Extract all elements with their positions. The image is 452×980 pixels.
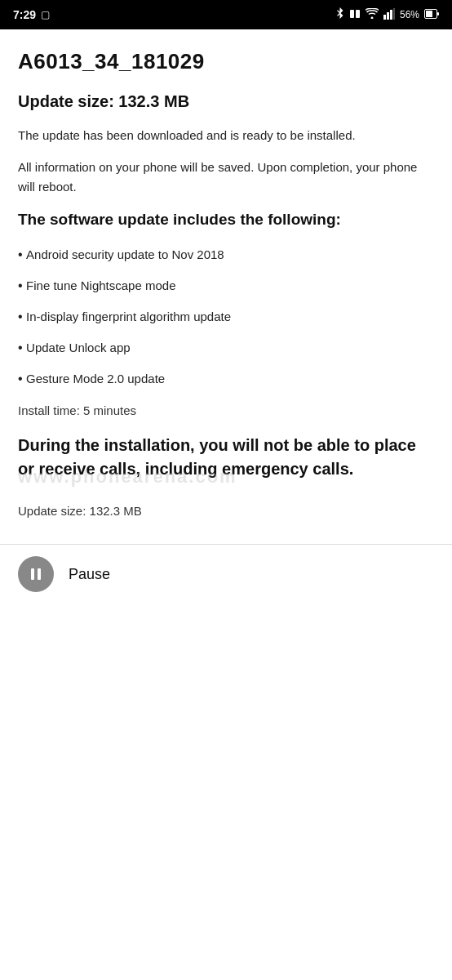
svg-rect-7 bbox=[426, 11, 432, 17]
battery-icon bbox=[424, 9, 439, 21]
status-bar: 7:29 ▢ bbox=[0, 0, 452, 29]
description-downloaded: The update has been downloaded and is re… bbox=[18, 126, 434, 145]
pause-button[interactable] bbox=[18, 556, 54, 592]
update-size-heading: Update size: 132.3 MB bbox=[18, 92, 434, 111]
svg-rect-2 bbox=[383, 15, 386, 20]
bluetooth-icon bbox=[335, 7, 344, 23]
svg-rect-4 bbox=[390, 10, 392, 20]
pause-icon bbox=[31, 568, 41, 580]
warning-section: During the installation, you will not be… bbox=[18, 434, 434, 481]
software-update-heading: The software update includes the followi… bbox=[18, 209, 434, 231]
svg-rect-8 bbox=[437, 12, 439, 16]
list-item: Update Unlock app bbox=[18, 338, 434, 358]
sim-icon bbox=[349, 8, 361, 22]
features-list: Android security update to Nov 2018 Fine… bbox=[18, 245, 434, 389]
status-bar-right: 56% bbox=[335, 7, 439, 23]
pause-bar-left bbox=[31, 568, 34, 580]
battery-percentage: 56% bbox=[400, 9, 419, 20]
warning-heading: During the installation, you will not be… bbox=[18, 434, 434, 481]
list-item: Android security update to Nov 2018 bbox=[18, 245, 434, 265]
status-bar-left: 7:29 ▢ bbox=[13, 8, 50, 21]
svg-rect-5 bbox=[393, 8, 395, 20]
list-item: In-display fingerprint algorithm update bbox=[18, 307, 434, 327]
wifi-icon bbox=[366, 8, 379, 21]
main-content: A6013_34_181029 Update size: 132.3 MB Th… bbox=[0, 29, 452, 544]
svg-rect-3 bbox=[387, 12, 389, 20]
signal-icon bbox=[383, 8, 395, 22]
install-time: Install time: 5 minutes bbox=[18, 403, 434, 417]
list-item: Gesture Mode 2.0 update bbox=[18, 369, 434, 389]
build-title: A6013_34_181029 bbox=[18, 49, 434, 74]
svg-rect-1 bbox=[356, 10, 360, 18]
update-size-bottom: Update size: 132.3 MB bbox=[18, 504, 434, 518]
pause-bar-right bbox=[38, 568, 41, 580]
svg-rect-0 bbox=[350, 10, 354, 18]
pause-label: Pause bbox=[69, 566, 110, 583]
list-item: Fine tune Nightscape mode bbox=[18, 276, 434, 296]
status-time: 7:29 bbox=[13, 8, 36, 21]
screenshot-icon: ▢ bbox=[41, 9, 50, 20]
bottom-bar: Pause bbox=[0, 545, 452, 604]
description-data: All information on your phone will be sa… bbox=[18, 158, 434, 196]
